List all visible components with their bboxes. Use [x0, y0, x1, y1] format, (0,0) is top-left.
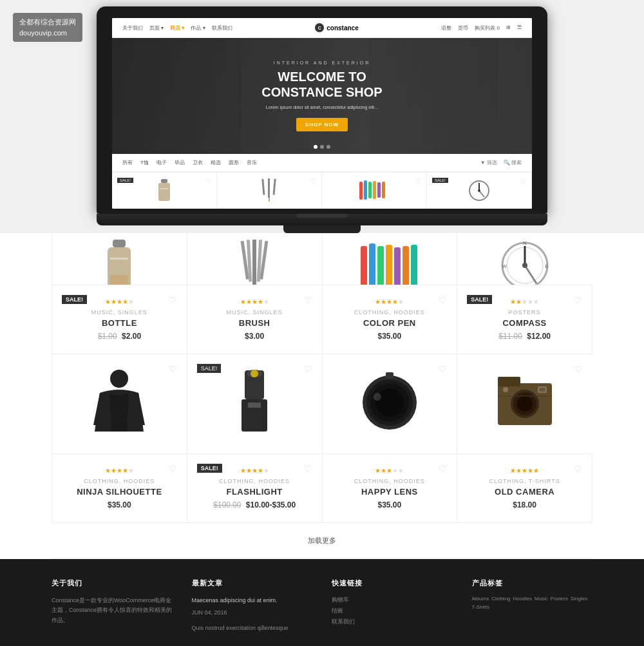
svg-rect-6 — [273, 179, 276, 195]
name-ninja: NINJA SILHOUETTE — [65, 487, 174, 497]
wishlist-fl-info[interactable]: ♡ — [304, 464, 312, 474]
footer-link-cart[interactable]: 购物车 — [332, 596, 453, 604]
nav-shop[interactable]: 商店 ▾ — [170, 24, 184, 32]
cat-hoodies[interactable]: 卫衣 — [193, 159, 203, 166]
cat-tshirt[interactable]: T恤 — [140, 159, 149, 166]
products-row2-images: ♡ SALE! ♡ ♡ — [52, 354, 592, 453]
name-old-camera: OLD CAMERA — [470, 487, 579, 497]
tag-hoodies[interactable]: Hoodies — [513, 596, 532, 602]
wishlist-hl-info[interactable]: ♡ — [439, 464, 447, 474]
dot-2[interactable] — [320, 145, 324, 149]
name-happy-lens: HAPPY LENS — [336, 487, 444, 497]
nav-grid-icon[interactable]: ⊞ — [506, 24, 511, 32]
nav-works[interactable]: 作品 ▾ — [191, 24, 205, 32]
footer-date: JUN 04, 2016 — [192, 608, 313, 618]
cat-gifts[interactable]: 毕品 — [175, 159, 185, 166]
products-row1: SALE! ♡ ★★★★★ MUSIC, SINGLES BOTTLE $1.0… — [52, 285, 592, 354]
price-happy-lens: $35.00 — [336, 500, 444, 509]
nav-currency[interactable]: 货币 — [458, 24, 468, 32]
category-links: 所有 T恤 电子 毕品 卫衣 精选 圆形 音乐 — [122, 159, 257, 166]
product-card-bottle: SALE! ♡ ★★★★★ MUSIC, SINGLES BOTTLE $1.0… — [52, 285, 187, 354]
footer-about-text: Constance是一款专业的WooCommerce电商金主题，Constanc… — [52, 596, 173, 625]
load-more-button[interactable]: 加载更多 — [52, 523, 592, 559]
svg-rect-33 — [411, 245, 417, 285]
wishlist-color-pen[interactable]: ♡ — [439, 295, 447, 305]
tag-clothing[interactable]: Clothing — [491, 596, 510, 602]
wishlist-oc-info[interactable]: ♡ — [574, 464, 582, 474]
wishlist-flashlight[interactable]: ♡ — [304, 364, 312, 374]
nav-cart[interactable]: 购买列表 0 — [475, 24, 500, 32]
sale-badge: SALE! — [432, 178, 448, 183]
cat-music[interactable]: 音乐 — [247, 159, 257, 166]
search-button[interactable]: 🔍 搜索 — [504, 159, 522, 166]
compass-image-full: N S W E — [499, 240, 551, 285]
nav-about[interactable]: 关于我们 — [122, 24, 143, 32]
price-brush: $3.00 — [200, 332, 309, 341]
price-range-fl: $10.00-$35.00 — [246, 500, 296, 509]
tag-albums[interactable]: Albums — [472, 596, 489, 602]
wishlist-ninja-info[interactable]: ♡ — [169, 464, 177, 474]
cat-electronics[interactable]: 电子 — [156, 159, 167, 166]
footer-about: 关于我们 Constance是一款专业的WooCommerce电商金主题，Con… — [52, 578, 173, 633]
nav-right: 语整 货币 购买列表 0 ⊞ ☰ — [441, 24, 522, 32]
svg-point-66 — [517, 396, 533, 412]
cat-featured[interactable]: 精选 — [211, 159, 221, 166]
nav-menu-icon[interactable]: ☰ — [517, 24, 522, 32]
svg-rect-8 — [364, 180, 367, 200]
nav-contact[interactable]: 联系我们 — [212, 24, 232, 32]
wishlist-happy-lens[interactable]: ♡ — [439, 364, 447, 374]
product-card-happy-lens: ♡ ★★★★★ CLOTHING, HOODIES HAPPY LENS $35… — [323, 454, 458, 523]
wishlist-bottle[interactable]: ♡ — [169, 295, 177, 305]
svg-text:N: N — [523, 240, 527, 246]
wishlist-compass[interactable]: ♡ — [574, 295, 582, 305]
hero-description: Lorem ipsum dolor sit amet, consectetur … — [261, 105, 382, 109]
shop-now-button[interactable]: SHOP NOW — [296, 118, 348, 131]
wishlist-icon[interactable]: ♡ — [205, 178, 211, 185]
svg-rect-12 — [382, 182, 385, 198]
svg-rect-10 — [373, 181, 376, 199]
dot-3[interactable] — [327, 145, 330, 149]
footer-link-contact[interactable]: 联系我们 — [332, 618, 453, 626]
product-card-compass: SALE! ♡ ★★★★★ POSTERS COMPASS $11.00 $12… — [457, 285, 592, 354]
footer: 关于我们 Constance是一款专业的WooCommerce电商金主题，Con… — [0, 559, 644, 646]
wishlist-icon[interactable]: ♡ — [520, 178, 526, 185]
svg-rect-5 — [261, 179, 265, 195]
footer-link-checkout[interactable]: 结账 — [332, 607, 453, 615]
pen-image-partial — [327, 178, 421, 204]
page-content: N S W E SALE! ♡ ★★★★★ MUSIC, SINGLES BOT… — [0, 233, 644, 559]
wishlist-icon[interactable]: ♡ — [415, 178, 421, 185]
dot-1[interactable] — [314, 145, 317, 149]
svg-rect-0 — [161, 179, 167, 183]
sale-badge-compass: SALE! — [467, 295, 492, 304]
cat-all[interactable]: 所有 — [122, 159, 133, 166]
cat-round[interactable]: 圆形 — [229, 159, 239, 166]
price-old-compass: $11.00 — [498, 332, 522, 341]
stars-happy-lens: ★★★★★ — [336, 467, 444, 474]
price-ninja: $35.00 — [65, 500, 174, 509]
tag-tshirts[interactable]: T-Shirts — [472, 604, 490, 610]
wishlist-old-camera[interactable]: ♡ — [574, 364, 583, 374]
category-actions: ▼ 筛选 🔍 搜索 — [480, 159, 522, 166]
sale-badge: SALE! — [117, 178, 133, 183]
hero-section: INTERIOR AND EXTERIOR WELCOME TOCONSTANC… — [112, 38, 532, 154]
sale-badge-bottle: SALE! — [62, 295, 87, 304]
wishlist-brush[interactable]: ♡ — [304, 295, 312, 305]
stars-old-camera: ★★★★★ — [470, 467, 579, 474]
filter-button[interactable]: ▼ 筛选 — [480, 159, 497, 166]
brush-image-partial — [222, 178, 316, 204]
nav-links: 关于我们 页面 ▾ 商店 ▾ 作品 ▾ 联系我们 — [122, 24, 232, 32]
flashlight-image — [232, 367, 277, 438]
hero-subtitle: INTERIOR AND EXTERIOR — [261, 61, 382, 65]
tag-posters[interactable]: Posters — [551, 596, 568, 602]
nav-pages[interactable]: 页面 ▾ — [149, 24, 164, 32]
tag-singles[interactable]: Singles — [571, 596, 587, 602]
svg-rect-9 — [368, 182, 372, 198]
category-compass: POSTERS — [470, 309, 579, 316]
wishlist-icon[interactable]: ♡ — [310, 178, 316, 185]
wishlist-ninja[interactable]: ♡ — [169, 364, 177, 374]
stars-brush: ★★★★★ — [200, 298, 309, 305]
svg-point-45 — [522, 263, 527, 268]
nav-language[interactable]: 语整 — [441, 24, 451, 32]
category-old-camera: CLOTHING, T-SHIRTS — [470, 478, 579, 484]
tag-music[interactable]: Music — [535, 596, 548, 602]
